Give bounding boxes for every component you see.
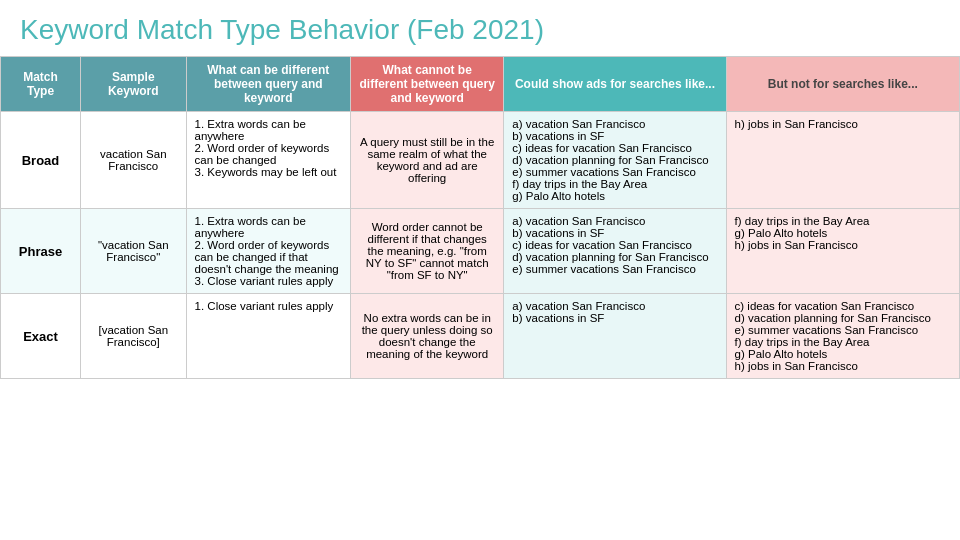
cell-cannot-diff-exact: No extra words can be in the query unles…: [351, 294, 504, 379]
cell-match-type-broad: Broad: [1, 112, 81, 209]
table-row-phrase: Phrase"vacation San Francisco"1. Extra w…: [1, 209, 960, 294]
header-but-not: But not for searches like...: [726, 57, 959, 112]
cell-match-type-exact: Exact: [1, 294, 81, 379]
cell-match-type-phrase: Phrase: [1, 209, 81, 294]
cell-sample-exact: [vacation San Francisco]: [81, 294, 187, 379]
cell-but-not-exact: c) ideas for vacation San Francisco d) v…: [726, 294, 959, 379]
cell-can-diff-broad: 1. Extra words can be anywhere 2. Word o…: [186, 112, 350, 209]
cell-can-diff-exact: 1. Close variant rules apply: [186, 294, 350, 379]
cell-but-not-phrase: f) day trips in the Bay Area g) Palo Alt…: [726, 209, 959, 294]
page-title: Keyword Match Type Behavior (Feb 2021): [0, 0, 960, 56]
header-could-show: Could show ads for searches like...: [504, 57, 726, 112]
cell-can-diff-phrase: 1. Extra words can be anywhere 2. Word o…: [186, 209, 350, 294]
cell-cannot-diff-broad: A query must still be in the same realm …: [351, 112, 504, 209]
match-type-table: Match Type Sample Keyword What can be di…: [0, 56, 960, 379]
header-can-diff: What can be different between query and …: [186, 57, 350, 112]
table-row-broad: Broadvacation San Francisco1. Extra word…: [1, 112, 960, 209]
header-sample-keyword: Sample Keyword: [81, 57, 187, 112]
table-row-exact: Exact[vacation San Francisco]1. Close va…: [1, 294, 960, 379]
header-cannot-diff: What cannot be different between query a…: [351, 57, 504, 112]
cell-sample-broad: vacation San Francisco: [81, 112, 187, 209]
cell-could-show-exact: a) vacation San Francisco b) vacations i…: [504, 294, 726, 379]
header-match-type: Match Type: [1, 57, 81, 112]
cell-could-show-phrase: a) vacation San Francisco b) vacations i…: [504, 209, 726, 294]
cell-but-not-broad: h) jobs in San Francisco: [726, 112, 959, 209]
cell-could-show-broad: a) vacation San Francisco b) vacations i…: [504, 112, 726, 209]
cell-sample-phrase: "vacation San Francisco": [81, 209, 187, 294]
cell-cannot-diff-phrase: Word order cannot be different if that c…: [351, 209, 504, 294]
